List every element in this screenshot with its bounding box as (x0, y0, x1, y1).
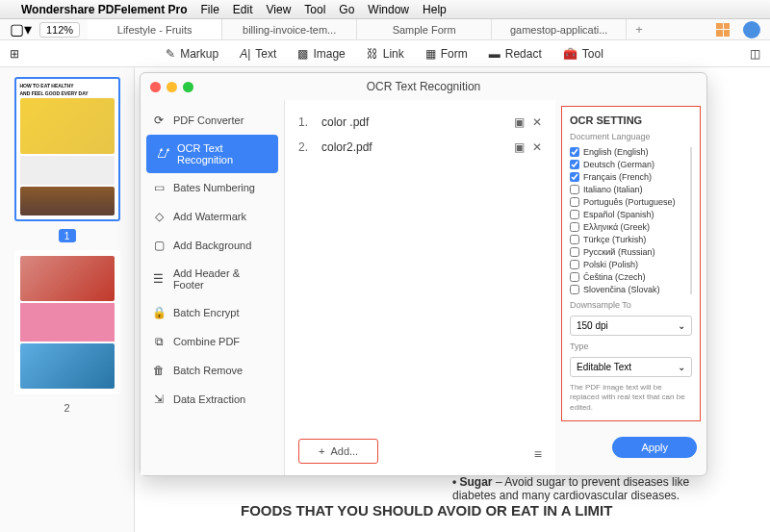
language-checkbox[interactable] (570, 185, 579, 194)
language-option[interactable]: Deutsch (German) (570, 160, 686, 169)
tool-text[interactable]: A|Text (240, 47, 276, 61)
zoom-level[interactable]: 112% (39, 22, 80, 38)
page-label-2: 2 (64, 402, 69, 414)
language-option[interactable]: Português (Portuguese) (570, 197, 686, 207)
language-option[interactable]: Français (French) (570, 172, 686, 182)
language-option[interactable]: Ελληνικά (Greek) (570, 222, 686, 232)
language-option[interactable]: Čeština (Czech) (570, 272, 686, 282)
lang-section-label: Document Language (570, 132, 692, 141)
tool-link[interactable]: ⛓Link (367, 47, 404, 61)
language-checkbox[interactable] (570, 210, 579, 219)
language-checkbox[interactable] (570, 272, 579, 282)
language-checkbox[interactable] (570, 247, 579, 257)
language-list[interactable]: English (English)Deutsch (German)Françai… (570, 147, 692, 294)
file-row[interactable]: 1. color .pdf ▣✕ (298, 110, 542, 135)
tool-form[interactable]: ▦Form (425, 47, 468, 61)
background-icon: ▢ (152, 239, 166, 252)
menu-window[interactable]: Window (368, 3, 409, 16)
tool-watermark[interactable]: ◇Add Watermark (141, 202, 284, 231)
tab-sample[interactable]: Sample Form (357, 19, 492, 39)
language-checkbox[interactable] (570, 235, 579, 244)
tab-lifestyle[interactable]: Lifestyle - Fruits (88, 19, 222, 39)
header-icon: ☰ (152, 272, 166, 286)
tool-image[interactable]: ▩Image (297, 47, 345, 61)
thumbnails-icon[interactable]: ⊞ (10, 47, 19, 61)
file-name: color .pdf (321, 115, 504, 129)
document-text: • Sugar – Avoid sugar to prevent disease… (231, 504, 732, 532)
language-option[interactable]: Русский (Russian) (570, 247, 686, 257)
tool-category-list: ⟳PDF Converter ⌰OCR Text Recognition ▭Ba… (141, 100, 285, 475)
tab-gamestop[interactable]: gamestop-applicati... (492, 19, 627, 39)
tab-billing[interactable]: billing-invoice-tem... (222, 19, 357, 39)
menu-go[interactable]: Go (339, 3, 354, 16)
ocr-modal: OCR Text Recognition ⟳PDF Converter ⌰OCR… (140, 72, 707, 476)
menu-view[interactable]: View (267, 3, 292, 16)
thumbnail-page-1[interactable]: HOW TO EAT HEALTHY AND FEEL GOOD EVERY D… (14, 77, 120, 221)
plus-icon: + (319, 445, 324, 457)
form-icon: ▦ (425, 47, 436, 61)
language-option[interactable]: Polski (Polish) (570, 260, 686, 269)
language-checkbox[interactable] (570, 222, 579, 232)
tool-pdf-converter[interactable]: ⟳PDF Converter (141, 106, 284, 135)
bates-icon: ▭ (152, 181, 166, 194)
tool-encrypt[interactable]: 🔒Batch Encrypt (141, 298, 284, 327)
image-icon: ▩ (297, 47, 308, 61)
language-checkbox[interactable] (570, 197, 579, 207)
tool-tool[interactable]: 🧰Tool (563, 47, 603, 61)
remove-file-icon[interactable]: ✕ (532, 115, 542, 129)
remove-file-icon[interactable]: ✕ (532, 140, 542, 154)
tool-remove[interactable]: 🗑Batch Remove (141, 356, 284, 385)
thumbnail-page-2[interactable] (14, 250, 120, 394)
tool-combine[interactable]: ⧉Combine PDF (141, 327, 284, 356)
menu-file[interactable]: File (201, 3, 219, 16)
language-checkbox[interactable] (570, 172, 579, 182)
open-file-icon[interactable]: ▣ (514, 140, 525, 154)
language-option[interactable]: English (English) (570, 147, 686, 157)
tool-bates[interactable]: ▭Bates Numbering (141, 173, 284, 202)
type-label: Type (570, 342, 692, 351)
topbar: ▢▾ 112% Lifestyle - Fruits billing-invoi… (0, 19, 770, 40)
menu-help[interactable]: Help (423, 3, 447, 16)
app-name[interactable]: Wondershare PDFelement Pro (21, 3, 188, 16)
language-checkbox[interactable] (570, 260, 579, 269)
tool-background[interactable]: ▢Add Background (141, 231, 284, 260)
downsample-select[interactable]: 150 dpi⌄ (570, 316, 692, 336)
tab-add-button[interactable]: + (627, 19, 652, 39)
redact-icon: ▬ (489, 47, 500, 61)
menu-edit[interactable]: Edit (233, 3, 253, 16)
open-file-icon[interactable]: ▣ (514, 115, 525, 129)
language-option[interactable]: Türkçe (Turkish) (570, 235, 686, 244)
tool-redact[interactable]: ▬Redact (489, 47, 542, 61)
lock-icon: 🔒 (152, 306, 166, 319)
tool-extract[interactable]: ⇲Data Extraction (141, 385, 284, 414)
apply-button[interactable]: Apply (612, 437, 697, 458)
language-option[interactable]: Italiano (Italian) (570, 185, 686, 194)
modal-title: OCR Text Recognition (141, 80, 706, 93)
language-checkbox[interactable] (570, 285, 579, 294)
user-avatar[interactable] (743, 21, 760, 38)
doc-heading: FOODS THAT YOU SHOULD AVOID OR EAT IN A … (241, 502, 722, 519)
modal-titlebar[interactable]: OCR Text Recognition (141, 73, 706, 100)
language-option[interactable]: Español (Spanish) (570, 210, 686, 219)
thumb-image-berries (20, 343, 115, 389)
toolbar: ⊞ ✎Markup A|Text ▩Image ⛓Link ▦Form ▬Red… (0, 40, 770, 67)
more-menu-icon[interactable]: ≡ (534, 446, 542, 462)
type-select[interactable]: Editable Text⌄ (570, 357, 692, 377)
language-checkbox[interactable] (570, 147, 579, 157)
menu-tool[interactable]: Tool (304, 3, 325, 16)
sidebar-toggle-icon[interactable]: ▢▾ (10, 20, 32, 38)
trash-icon: 🗑 (152, 364, 166, 377)
language-checkbox[interactable] (570, 160, 579, 169)
thumb-image-coffee (20, 187, 115, 215)
language-option[interactable]: Slovenčina (Slovak) (570, 285, 686, 294)
tool-markup[interactable]: ✎Markup (166, 47, 218, 61)
thumb-image-oranges (20, 256, 115, 301)
add-file-button[interactable]: +Add... (298, 439, 378, 464)
file-row[interactable]: 2. color2.pdf ▣✕ (298, 135, 542, 160)
panel-toggle-icon[interactable]: ◫ (750, 47, 760, 61)
link-icon: ⛓ (367, 47, 378, 61)
tool-header-footer[interactable]: ☰Add Header & Footer (141, 260, 284, 298)
text-icon: A| (240, 47, 250, 61)
tool-ocr[interactable]: ⌰OCR Text Recognition (146, 135, 278, 173)
apps-grid-icon[interactable] (716, 23, 730, 37)
